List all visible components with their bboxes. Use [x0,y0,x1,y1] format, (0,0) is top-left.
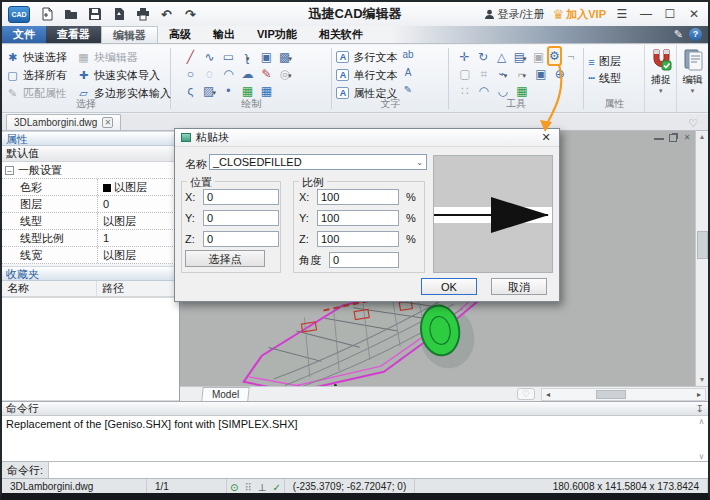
properties-header[interactable]: 属性 [2,131,179,146]
horizontal-scrollbar[interactable]: ◂ ▸ [541,388,706,401]
hscroll-right-icon[interactable]: ▸ [693,390,705,399]
select-point-button[interactable]: 选择点 [185,250,265,267]
rectangle-icon[interactable]: ▭ [219,49,238,65]
property-row-color[interactable]: 色彩 以图层 [2,179,179,196]
minimize-button[interactable]: — [638,7,654,21]
hscroll-left-icon[interactable]: ◂ [542,390,554,399]
tab-vip-features[interactable]: VIP功能 [246,26,308,43]
copy-icon[interactable]: ▣ [529,49,548,65]
favorites-heart-icon[interactable]: ♡ [688,117,698,130]
arc-icon[interactable]: ◠ [219,66,238,82]
status-snap-icon[interactable]: ⊙ [227,482,241,493]
undo-icon[interactable]: ↶ [159,7,174,22]
status-ortho-icon[interactable]: ⊥ [255,482,270,493]
child-restore-icon[interactable] [669,134,677,142]
move-icon[interactable]: ✛ [455,49,474,65]
join-vip-button[interactable]: ♛ 加入VIP [553,7,606,22]
snap-button[interactable]: 捕捉 ▾ [644,45,676,112]
break-icon[interactable]: ⌁▾ [493,66,512,82]
edit-dropdown-icon[interactable]: ▾ [691,87,695,95]
linetype-button[interactable]: ┅ 线型 [588,70,641,87]
main-menu-button[interactable]: ☰ [614,7,630,21]
commandline-scrollbar[interactable]: ∧ ∨ [695,416,708,462]
singleline-text-button[interactable]: A 单行文本 [336,66,397,84]
scroll-down-icon[interactable]: ▾ [700,374,704,386]
tab-advanced[interactable]: 高级 [158,26,202,43]
general-settings-row[interactable]: – 一般设置 [2,162,179,179]
property-row-linetype[interactable]: 线型 以图层 [2,213,179,230]
tab-editor[interactable]: 编辑器 [101,26,158,43]
circle-icon[interactable]: ○ [181,66,200,82]
tab-output[interactable]: 输出 [202,26,246,43]
cmd-scroll-up-icon[interactable]: ∧ [699,417,705,426]
scale-x-input[interactable] [317,189,399,205]
ok-button[interactable]: OK [421,278,477,295]
style-pencil-icon[interactable]: ✎ [674,28,683,41]
line-icon[interactable]: ╱ [181,49,200,65]
trim-icon[interactable]: ¬ [562,49,581,65]
boundary-icon[interactable]: ◎▾ [276,66,295,82]
quick-select-button[interactable]: ✱ 快速选择 [6,48,67,66]
copy-block-icon[interactable]: ▣ [257,49,276,65]
child-close-icon[interactable]: ✕ [682,133,692,142]
offset-icon[interactable]: ⌐▾ [512,66,531,82]
cancel-button[interactable]: 取消 [491,278,547,295]
canvas-heart-icon[interactable]: ♡ [517,388,535,400]
status-draft-icon[interactable]: ✓ [269,482,283,493]
region-icon[interactable]: ▩▾ [276,49,295,65]
quick-entity-import-button[interactable]: ✚ 快速实体导入 [77,66,171,84]
app-logo-icon[interactable]: CAD [8,6,30,23]
save-icon[interactable] [87,7,102,22]
mirror-icon[interactable]: △ [492,49,511,65]
commandline-input[interactable] [48,462,708,478]
pdf-export-icon[interactable] [111,7,126,22]
close-button[interactable]: ✕ [686,7,702,21]
select-all-button[interactable]: ▢ 选择所有 [6,66,67,84]
tab-viewer[interactable]: 查看器 [46,26,101,43]
scale-y-input[interactable] [317,210,399,226]
vertical-scrollbar[interactable]: ▴ ▾ [695,131,708,386]
new-file-icon[interactable] [39,7,54,22]
scale-icon[interactable]: ▢ [455,66,474,82]
favorites-header[interactable]: 收藏夹 [2,266,179,281]
dialog-close-icon[interactable]: ✕ [539,131,553,144]
login-register-button[interactable]: 登录/注册 [484,7,545,22]
spell-check-icon[interactable]: ab [402,49,413,66]
model-tab[interactable]: Model [201,387,250,401]
align-icon[interactable]: ⌗ [474,66,493,82]
hscroll-thumb[interactable] [596,390,626,399]
pos-x-input[interactable] [203,189,279,205]
property-row-ltscale[interactable]: 线型比例 1 [2,230,179,247]
maximize-button[interactable]: ☐ [662,7,678,21]
redo-icon[interactable]: ↷ [183,7,198,22]
tab-file[interactable]: 文件 [2,26,46,43]
tab-related-software[interactable]: 相关软件 [308,26,374,43]
dialog-titlebar[interactable]: 粘贴块 ✕ [175,129,559,147]
collapse-icon[interactable]: – [5,166,14,175]
vscroll-thumb[interactable] [697,231,708,259]
commandline-history[interactable]: Replacement of the [Geniso.SHX] font wit… [2,416,708,462]
scroll-up-icon[interactable]: ▴ [700,131,704,143]
paste-icon[interactable]: ▣ [531,66,550,82]
revision-cloud-icon[interactable]: ☁ [238,66,257,82]
paste-block-icon[interactable]: ⚙ [549,49,560,63]
status-grid-icon[interactable]: ⠿ [241,482,254,493]
multiline-text-button[interactable]: A 多行文本 [336,48,397,66]
favorites-list[interactable] [2,297,179,401]
document-tab[interactable]: 3DLamborgini.dwg ✕ [6,114,121,130]
pin-icon[interactable]: ↧ [696,403,704,414]
array-icon[interactable]: ▤▾ [511,49,530,65]
text-style-icon[interactable]: A [402,67,413,84]
edit-button[interactable]: 编辑 ▾ [676,45,708,112]
snap-dropdown-icon[interactable]: ▾ [659,87,663,95]
angle-input[interactable] [329,252,399,268]
block-name-combobox[interactable]: _CLOSEDFILLED ⌄ [209,154,427,170]
commandline-header[interactable]: 命令行 ↧ [2,401,708,416]
measure-icon[interactable]: ⊕ [550,66,569,82]
property-row-layer[interactable]: 图层 0 [2,196,179,213]
cmd-scroll-down-icon[interactable]: ∨ [699,452,705,461]
sketch-icon[interactable]: ✎ [257,66,276,82]
ellipse-icon[interactable]: ◌ [200,66,219,82]
child-minimize-icon[interactable] [654,133,664,140]
print-icon[interactable] [135,7,150,22]
